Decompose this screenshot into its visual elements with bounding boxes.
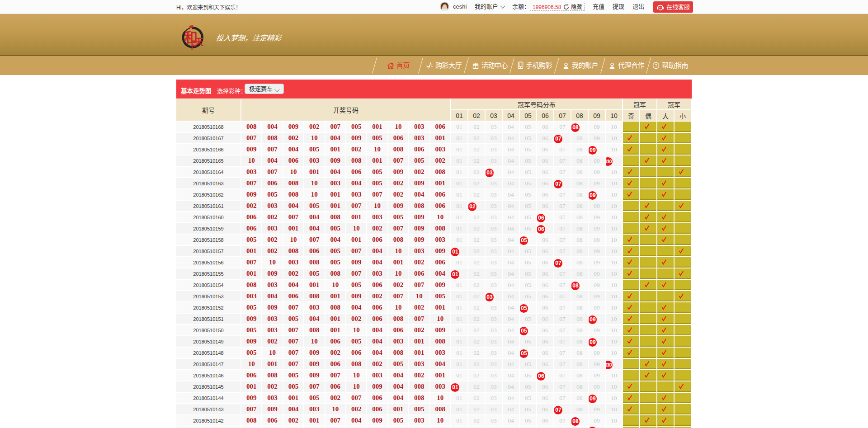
svg-text:下: 下 (188, 42, 196, 50)
svg-text:?: ? (655, 63, 657, 68)
